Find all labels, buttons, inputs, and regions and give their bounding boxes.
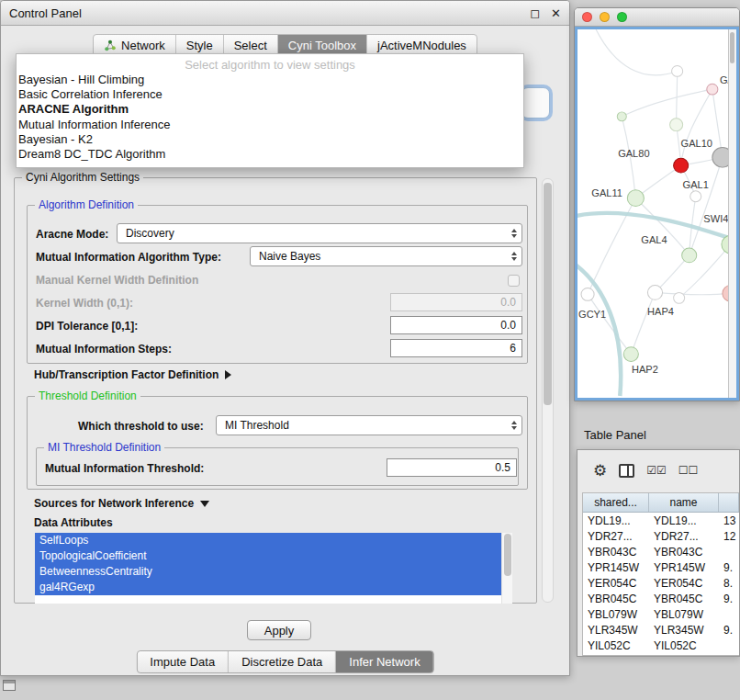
tab-impute-data[interactable]: Impute Data (137, 651, 229, 672)
zoom-button[interactable] (617, 12, 627, 22)
network-node-label: GAL10 (681, 138, 712, 149)
columns-icon[interactable] (619, 464, 634, 478)
which-threshold-select[interactable]: MI Threshold (216, 415, 522, 435)
table-cell[interactable]: YBR045C (583, 593, 649, 605)
aracne-mode-select[interactable]: Discovery (117, 223, 522, 243)
mi-steps-field[interactable]: 6 (390, 339, 522, 357)
table-cell[interactable]: YPR145W (649, 561, 719, 574)
table-cell[interactable]: YDR27... (649, 530, 719, 543)
group-title: MI Threshold Definition (44, 441, 164, 454)
table-cell[interactable]: 12 (719, 530, 739, 543)
gear-icon[interactable]: ⚙ (593, 463, 607, 479)
kernel-width-field: 0.0 (390, 293, 522, 311)
table-cell[interactable]: 8. (719, 577, 739, 590)
scrollbar-track[interactable] (501, 533, 512, 604)
dropdown-item-bayesian-hill-climbing[interactable]: Bayesian - Hill Climbing (17, 73, 523, 87)
table-cell[interactable]: YBR045C (649, 593, 719, 605)
list-item-betweennesscentrality[interactable]: BetweennessCentrality (35, 564, 501, 580)
network-window-titlebar[interactable] (575, 8, 739, 27)
table-row[interactable]: YDL19... YDL19... 13 (583, 513, 739, 528)
dropdown-item-aracne[interactable]: ARACNE Algorithm (17, 102, 523, 117)
network-node[interactable] (627, 190, 644, 207)
tab-infer-network[interactable]: Infer Network (336, 651, 432, 672)
table-cell[interactable]: YER054C (583, 577, 649, 590)
table-cell[interactable]: YPR145W (583, 561, 649, 574)
list-item-selfloops[interactable]: SelfLoops (35, 533, 501, 548)
column-header-clipped[interactable] (719, 493, 739, 512)
minimize-button[interactable] (600, 12, 610, 22)
scrollbar-thumb[interactable] (504, 534, 511, 576)
network-node[interactable] (647, 286, 662, 300)
table-row[interactable]: YBL079W YBL079W (583, 606, 739, 622)
table-row[interactable]: YLR345W YLR345W 9. (583, 622, 739, 638)
network-node-label: SWI4 (703, 213, 728, 224)
network-node[interactable] (674, 158, 689, 173)
table-cell[interactable]: YDL19... (649, 514, 719, 527)
column-header-name[interactable]: name (649, 493, 719, 512)
sources-expander[interactable]: Sources for Network Inference (34, 497, 209, 510)
scrollbar-thumb[interactable] (730, 32, 734, 63)
list-item-topologicalcoefficient[interactable]: TopologicalCoefficient (35, 548, 501, 564)
network-node[interactable] (674, 292, 685, 303)
network-scrollbar-track[interactable] (728, 29, 736, 398)
table-cell[interactable]: YIL052C (649, 639, 719, 652)
network-node[interactable] (690, 191, 701, 202)
network-node-label: GCY1 (578, 309, 606, 320)
dropdown-item-dream8[interactable]: Dream8 DC_TDC Algorithm (17, 147, 523, 162)
network-node[interactable] (581, 288, 594, 300)
dropdown-item-bayesian-k2[interactable]: Bayesian - K2 (17, 132, 523, 147)
network-node[interactable] (682, 248, 697, 263)
network-node-label: HAP2 (632, 364, 658, 375)
mi-type-select[interactable]: Naive Bayes (250, 246, 522, 266)
table-cell[interactable]: YBL079W (649, 608, 719, 621)
table-row[interactable]: YER054C YER054C 8. (583, 575, 739, 591)
dropdown-item-mutual-information[interactable]: Mutual Information Inference (17, 118, 523, 132)
table-row[interactable]: YPR145W YPR145W 9. (583, 559, 739, 575)
settings-scrollbar-track[interactable] (542, 178, 554, 603)
table-cell[interactable]: YBR043C (583, 546, 649, 559)
table-row[interactable]: YBR043C YBR043C (583, 544, 739, 559)
combo-stepper-icon (511, 229, 517, 238)
hub-definition-expander[interactable]: Hub/Transcription Factor Definition (34, 368, 231, 381)
table-cell[interactable]: 9. (719, 561, 739, 574)
float-window-icon[interactable]: ◻ (530, 6, 540, 20)
table-row[interactable]: YIL052C YIL052C (583, 638, 739, 653)
scrollbar-thumb[interactable] (544, 183, 552, 405)
apply-button[interactable]: Apply (247, 620, 311, 640)
table-cell[interactable]: YLR345W (583, 624, 649, 637)
control-panel-titlebar[interactable]: Control Panel ◻ ✕ (1, 1, 569, 26)
network-node[interactable] (617, 112, 626, 121)
algorithm-combobox-fragment[interactable] (521, 87, 550, 119)
table-cell[interactable]: 9. (719, 624, 739, 637)
network-node[interactable] (672, 66, 683, 77)
table-cell[interactable]: YER054C (649, 577, 719, 590)
network-node[interactable] (707, 84, 718, 95)
table-cell[interactable]: 9. (719, 593, 739, 605)
list-item-gal4rgexp[interactable]: gal4RGexp (35, 580, 501, 595)
network-node[interactable] (670, 119, 683, 131)
network-node[interactable] (623, 347, 638, 362)
restore-panel-icon[interactable] (3, 680, 16, 691)
tab-label: Cyni Toolbox (288, 39, 356, 52)
mi-threshold-field[interactable]: 0.5 (387, 458, 517, 477)
table-cell[interactable]: YDL19... (583, 514, 649, 527)
selected-value: Discovery (126, 227, 174, 240)
tab-discretize-data[interactable]: Discretize Data (229, 651, 336, 672)
table-cell[interactable]: YLR345W (649, 624, 719, 637)
close-button[interactable] (582, 12, 592, 22)
dropdown-item-basic-correlation[interactable]: Basic Correlation Inference (17, 87, 523, 102)
table-row[interactable]: YBR045C YBR045C 9. (583, 591, 739, 606)
network-canvas[interactable]: GAL GAL80 GAL10 GAL11 GAL1 SWI4 GAL4 GCY… (575, 27, 739, 401)
deselect-columns-icon[interactable]: ☐☐ (678, 464, 699, 477)
table-cell[interactable]: YIL052C (583, 639, 649, 652)
network-graph[interactable]: GAL GAL80 GAL10 GAL11 GAL1 SWI4 GAL4 GCY… (577, 29, 736, 398)
dpi-tolerance-field[interactable]: 0.0 (390, 316, 522, 334)
select-all-columns-icon[interactable]: ☑☑ (646, 464, 667, 477)
column-header-shared-name[interactable]: shared... (583, 493, 649, 512)
table-cell[interactable]: YDR27... (583, 530, 649, 543)
close-window-icon[interactable]: ✕ (551, 6, 561, 20)
table-cell[interactable]: YBL079W (583, 608, 649, 621)
table-row[interactable]: YDR27... YDR27... 12 (583, 528, 739, 544)
table-cell[interactable]: YBR043C (649, 546, 719, 559)
table-cell[interactable]: 13 (719, 514, 739, 527)
